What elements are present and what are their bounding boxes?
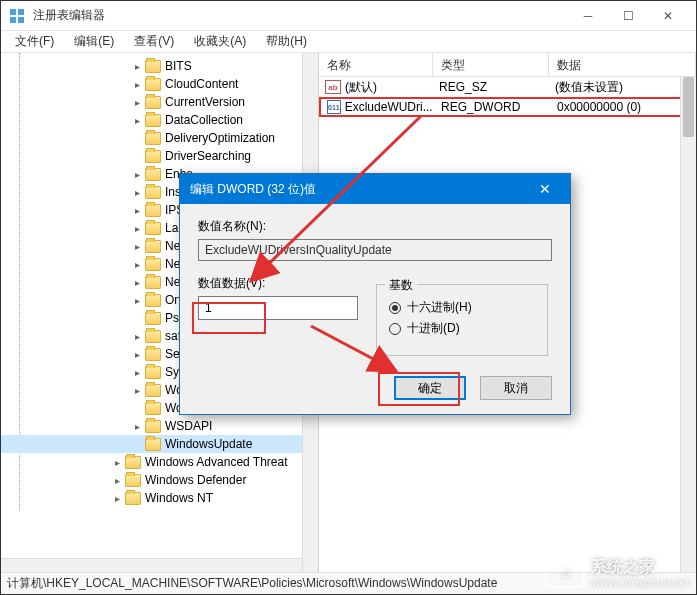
folder-icon (145, 186, 161, 199)
folder-icon (145, 258, 161, 271)
menu-favorites[interactable]: 收藏夹(A) (184, 31, 256, 52)
radio-dec-row[interactable]: 十进制(D) (389, 320, 535, 337)
tree-item-label: CurrentVersion (165, 95, 245, 109)
cell-data: (数值未设置) (549, 77, 696, 98)
folder-icon (125, 474, 141, 487)
dialog-title-text: 编辑 DWORD (32 位)值 (190, 181, 530, 198)
dialog-titlebar[interactable]: 编辑 DWORD (32 位)值 ✕ (180, 174, 570, 204)
tree-toggle-icon[interactable] (131, 150, 143, 162)
list-row[interactable]: 011ExcludeWUDri...REG_DWORD0x00000000 (0… (319, 97, 696, 117)
tree-item[interactable]: WindowsUpdate (1, 435, 318, 453)
tree-toggle-icon[interactable]: ▸ (131, 240, 143, 252)
list-row[interactable]: ab(默认)REG_SZ(数值未设置) (319, 77, 696, 97)
dialog-close-button[interactable]: ✕ (530, 181, 560, 197)
tree-toggle-icon[interactable]: ▸ (131, 384, 143, 396)
tree-toggle-icon[interactable]: ▸ (131, 276, 143, 288)
tree-item-label: WSDAPI (165, 419, 212, 433)
tree-item-label: DriverSearching (165, 149, 251, 163)
folder-icon (145, 420, 161, 433)
tree-item-label: WindowsUpdate (165, 437, 252, 451)
menu-edit[interactable]: 编辑(E) (64, 31, 124, 52)
tree-toggle-icon[interactable]: ▸ (131, 114, 143, 126)
folder-icon (145, 204, 161, 217)
radio-hex[interactable] (389, 302, 401, 314)
tree-toggle-icon[interactable]: ▸ (131, 186, 143, 198)
ok-button[interactable]: 确定 (394, 376, 466, 400)
tree-item[interactable]: ▸Windows Defender (1, 471, 318, 489)
list-vscrollbar[interactable] (680, 77, 696, 574)
svg-rect-0 (10, 9, 16, 15)
tree-item[interactable]: DriverSearching (1, 147, 318, 165)
menu-help[interactable]: 帮助(H) (256, 31, 317, 52)
tree-item[interactable]: ▸CurrentVersion (1, 93, 318, 111)
svg-rect-1 (18, 9, 24, 15)
menubar: 文件(F) 编辑(E) 查看(V) 收藏夹(A) 帮助(H) (1, 31, 696, 53)
app-icon (9, 8, 25, 24)
tree-item-label: BITS (165, 59, 192, 73)
folder-icon (145, 348, 161, 361)
value-list[interactable]: ab(默认)REG_SZ(数值未设置)011ExcludeWUDri...REG… (319, 77, 696, 117)
statusbar: 计算机\HKEY_LOCAL_MACHINE\SOFTWARE\Policies… (1, 572, 696, 594)
maximize-button[interactable]: ☐ (608, 1, 648, 31)
cancel-button[interactable]: 取消 (480, 376, 552, 400)
folder-icon (145, 132, 161, 145)
folder-icon (125, 492, 141, 505)
tree-toggle-icon[interactable] (131, 132, 143, 144)
menu-view[interactable]: 查看(V) (124, 31, 184, 52)
folder-icon (145, 384, 161, 397)
tree-toggle-icon[interactable]: ▸ (131, 78, 143, 90)
minimize-button[interactable]: ─ (568, 1, 608, 31)
tree-toggle-icon[interactable] (131, 312, 143, 324)
tree-toggle-icon[interactable]: ▸ (131, 60, 143, 72)
tree-toggle-icon[interactable]: ▸ (111, 492, 123, 504)
tree-toggle-icon[interactable]: ▸ (131, 366, 143, 378)
radio-dec[interactable] (389, 323, 401, 335)
svg-rect-3 (18, 17, 24, 23)
folder-icon (145, 402, 161, 415)
tree-item-label: Windows Defender (145, 473, 246, 487)
folder-icon (145, 438, 161, 451)
cell-type: REG_SZ (433, 78, 549, 96)
cell-type: REG_DWORD (435, 98, 551, 116)
menu-file[interactable]: 文件(F) (5, 31, 64, 52)
folder-icon (145, 60, 161, 73)
tree-item[interactable]: ▸DataCollection (1, 111, 318, 129)
tree-toggle-icon[interactable]: ▸ (131, 348, 143, 360)
folder-icon (145, 150, 161, 163)
close-button[interactable]: ✕ (648, 1, 688, 31)
folder-icon (145, 168, 161, 181)
tree-item[interactable]: ▸BITS (1, 57, 318, 75)
tree-toggle-icon[interactable]: ▸ (131, 258, 143, 270)
tree-toggle-icon[interactable]: ▸ (111, 456, 123, 468)
tree-item[interactable]: ▸WSDAPI (1, 417, 318, 435)
col-data[interactable]: 数据 (549, 53, 696, 76)
tree-item-label: Windows Advanced Threat (145, 455, 288, 469)
cell-name: ExcludeWUDri... (345, 100, 433, 114)
folder-icon (145, 96, 161, 109)
radio-hex-row[interactable]: 十六进制(H) (389, 299, 535, 316)
tree-toggle-icon[interactable] (131, 438, 143, 450)
radio-dec-label: 十进制(D) (407, 320, 460, 337)
tree-item[interactable]: DeliveryOptimization (1, 129, 318, 147)
folder-icon (145, 78, 161, 91)
col-type[interactable]: 类型 (433, 53, 549, 76)
tree-toggle-icon[interactable] (131, 402, 143, 414)
tree-toggle-icon[interactable]: ▸ (131, 420, 143, 432)
col-name[interactable]: 名称 (319, 53, 433, 76)
base-legend: 基数 (385, 277, 417, 294)
tree-item[interactable]: ▸CloudContent (1, 75, 318, 93)
tree-toggle-icon[interactable]: ▸ (131, 294, 143, 306)
tree-toggle-icon[interactable]: ▸ (131, 204, 143, 216)
value-name-field (198, 239, 552, 261)
radio-hex-label: 十六进制(H) (407, 299, 472, 316)
tree-toggle-icon[interactable]: ▸ (131, 96, 143, 108)
tree-toggle-icon[interactable]: ▸ (131, 330, 143, 342)
tree-item-label: DeliveryOptimization (165, 131, 275, 145)
tree-toggle-icon[interactable]: ▸ (131, 168, 143, 180)
tree-toggle-icon[interactable]: ▸ (131, 222, 143, 234)
tree-item[interactable]: ▸Windows Advanced Threat (1, 453, 318, 471)
tree-toggle-icon[interactable]: ▸ (111, 474, 123, 486)
tree-item[interactable]: ▸Windows NT (1, 489, 318, 507)
string-icon: ab (325, 80, 341, 94)
value-data-field[interactable] (198, 296, 358, 320)
